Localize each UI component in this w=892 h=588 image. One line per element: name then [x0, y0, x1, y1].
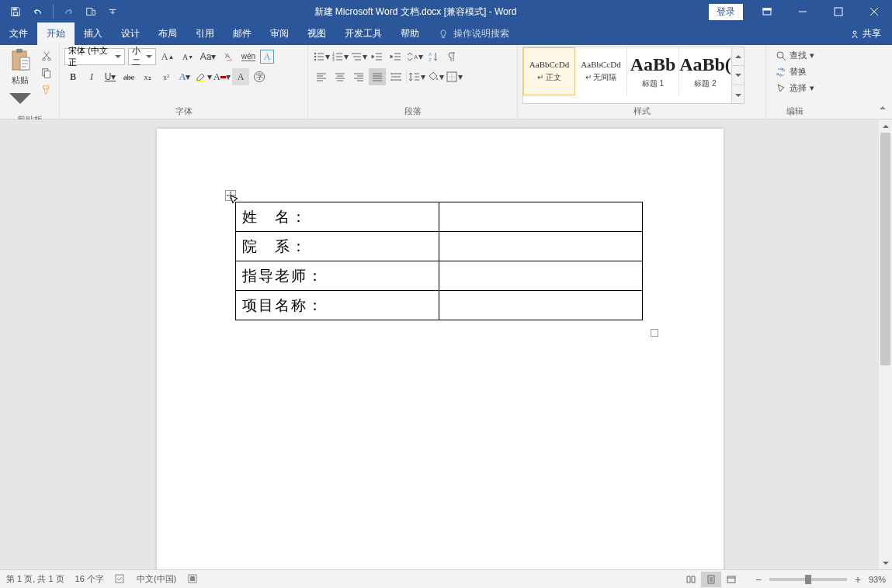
print-layout-button[interactable]	[701, 572, 721, 587]
spellcheck-icon[interactable]	[115, 573, 126, 586]
table-row[interactable]: 指导老师：	[236, 261, 643, 291]
gallery-down-button[interactable]	[732, 66, 744, 85]
table-cell-value[interactable]	[439, 232, 643, 261]
qat-more-button[interactable]	[103, 2, 122, 21]
tab-help[interactable]: 帮助	[391, 22, 429, 45]
table-cell-label[interactable]: 姓 名：	[236, 202, 439, 232]
read-mode-button[interactable]	[681, 572, 701, 587]
style-heading2[interactable]: AaBb(标题 2	[679, 47, 731, 95]
gallery-up-button[interactable]	[732, 47, 744, 66]
align-left-button[interactable]	[313, 68, 330, 85]
shrink-font-button[interactable]: A▼	[179, 48, 196, 65]
tab-file[interactable]: 文件	[0, 22, 37, 45]
superscript-button[interactable]: x²	[158, 68, 175, 85]
minimize-button[interactable]	[785, 0, 821, 23]
find-button[interactable]: 查找 ▾	[774, 48, 816, 63]
table-row[interactable]: 院 系：	[236, 232, 643, 261]
zoom-slider[interactable]	[769, 578, 847, 581]
tab-mailings[interactable]: 邮件	[224, 22, 261, 45]
tell-me-search[interactable]: 操作说明搜索	[429, 22, 519, 45]
multilevel-list-button[interactable]: ▾	[350, 48, 367, 65]
word-count[interactable]: 16 个字	[75, 573, 104, 585]
character-border-button[interactable]: A	[260, 50, 274, 64]
grow-font-button[interactable]: A▲	[159, 48, 176, 65]
bold-button[interactable]: B	[64, 68, 82, 85]
tab-review[interactable]: 审阅	[261, 22, 298, 45]
table-row[interactable]: 项目名称：	[236, 291, 643, 320]
login-button[interactable]: 登录	[709, 4, 743, 20]
close-button[interactable]	[856, 0, 892, 23]
text-effects-button[interactable]: A▾	[176, 68, 193, 85]
table-cell-label[interactable]: 院 系：	[236, 232, 439, 261]
numbering-button[interactable]: 123▾	[331, 48, 349, 65]
maximize-button[interactable]	[821, 0, 856, 23]
sort-button[interactable]: AZ	[425, 48, 442, 65]
paste-button[interactable]: 粘贴	[5, 47, 36, 112]
increase-indent-button[interactable]	[387, 48, 404, 65]
table-cell-value[interactable]	[439, 261, 643, 291]
tab-design[interactable]: 设计	[112, 22, 149, 45]
language-indicator[interactable]: 中文(中国)	[137, 573, 176, 585]
gallery-more-button[interactable]	[732, 85, 744, 103]
page[interactable]: 姓 名： 院 系： 指导老师： 项目名称：	[157, 129, 724, 569]
subscript-button[interactable]: x₂	[139, 68, 156, 85]
tab-insert[interactable]: 插入	[75, 22, 112, 45]
vertical-scrollbar[interactable]	[879, 119, 892, 569]
document-area[interactable]: 姓 名： 院 系： 指导老师： 项目名称：	[0, 119, 879, 569]
zoom-handle[interactable]	[805, 575, 811, 584]
change-case-button[interactable]: Aa▾	[200, 48, 217, 65]
tab-layout[interactable]: 布局	[149, 22, 186, 45]
copy-button[interactable]	[39, 65, 54, 81]
qat-customize-button[interactable]	[82, 2, 100, 21]
table-cell-value[interactable]	[439, 291, 643, 320]
cut-button[interactable]	[39, 48, 54, 64]
collapse-ribbon-button[interactable]	[878, 102, 887, 116]
decrease-indent-button[interactable]	[369, 48, 386, 65]
scroll-thumb[interactable]	[880, 133, 890, 365]
phonetic-guide-button[interactable]: wén	[240, 48, 257, 65]
ribbon-display-button[interactable]	[749, 0, 785, 23]
redo-button[interactable]	[60, 2, 78, 21]
format-painter-button[interactable]	[39, 82, 54, 98]
asian-layout-button[interactable]: A▾	[406, 48, 423, 65]
tab-references[interactable]: 引用	[186, 22, 224, 45]
clear-formatting-button[interactable]: A	[220, 48, 237, 65]
scroll-up-button[interactable]	[879, 119, 892, 133]
align-justify-button[interactable]	[369, 68, 386, 85]
page-indicator[interactable]: 第 1 页, 共 1 页	[6, 573, 64, 585]
table-row[interactable]: 姓 名：	[236, 202, 643, 232]
table-resize-handle[interactable]	[651, 329, 658, 337]
zoom-level[interactable]: 93%	[869, 575, 886, 584]
web-layout-button[interactable]	[721, 572, 741, 587]
underline-button[interactable]: U▾	[102, 68, 119, 85]
style-normal[interactable]: AaBbCcDd↵ 正文	[523, 47, 575, 95]
tab-developer[interactable]: 开发工具	[335, 22, 391, 45]
scroll-down-button[interactable]	[879, 556, 892, 569]
undo-button[interactable]	[28, 2, 47, 21]
character-shading-button[interactable]: A	[232, 68, 249, 85]
enclose-characters-button[interactable]: 字	[251, 68, 268, 85]
line-spacing-button[interactable]: ▾	[408, 68, 425, 85]
distribute-button[interactable]	[387, 68, 404, 85]
tab-view[interactable]: 视图	[298, 22, 335, 45]
align-center-button[interactable]	[331, 68, 349, 85]
save-button[interactable]	[6, 2, 25, 21]
shading-button[interactable]: ▾	[427, 68, 444, 85]
font-color-button[interactable]: A▾	[213, 68, 231, 85]
italic-button[interactable]: I	[83, 68, 100, 85]
table-cell-label[interactable]: 项目名称：	[236, 291, 439, 320]
zoom-in-button[interactable]: +	[852, 573, 864, 586]
bullets-button[interactable]: ▾	[313, 48, 330, 65]
style-nospacing[interactable]: AaBbCcDd↵ 无间隔	[575, 47, 627, 95]
style-heading1[interactable]: AaBb标题 1	[627, 47, 679, 95]
borders-button[interactable]: ▾	[446, 68, 463, 85]
macro-icon[interactable]	[187, 573, 198, 586]
select-button[interactable]: 选择 ▾	[774, 81, 816, 95]
document-table[interactable]: 姓 名： 院 系： 指导老师： 项目名称：	[235, 202, 643, 320]
highlight-button[interactable]: ▾	[195, 68, 212, 85]
zoom-out-button[interactable]: −	[752, 573, 765, 586]
strikethrough-button[interactable]: abc	[120, 68, 137, 85]
tab-home[interactable]: 开始	[37, 22, 75, 45]
replace-button[interactable]: ab替换	[774, 64, 816, 79]
table-cell-label[interactable]: 指导老师：	[236, 261, 439, 291]
